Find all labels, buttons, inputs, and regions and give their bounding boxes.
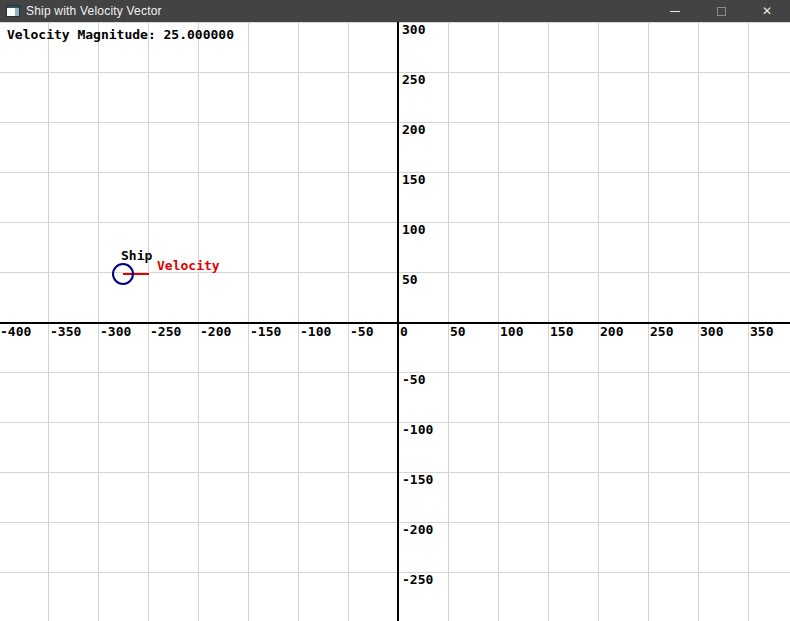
gridline-horizontal: [0, 72, 790, 73]
x-tick-label: -150: [250, 326, 281, 337]
y-tick-label: 200: [402, 124, 425, 135]
x-tick-label: -250: [150, 326, 181, 337]
window-title: Ship with Velocity Vector: [26, 4, 162, 18]
x-tick-label: 150: [550, 326, 573, 337]
y-tick-label: -50: [402, 374, 425, 385]
x-tick-label: -100: [300, 326, 331, 337]
y-tick-label: -250: [402, 574, 433, 585]
x-tick-label: -300: [100, 326, 131, 337]
gridline-horizontal: [0, 172, 790, 173]
x-tick-label: 250: [650, 326, 673, 337]
y-tick-label: 100: [402, 224, 425, 235]
gridline-horizontal: [0, 572, 790, 573]
plot-canvas: -400-350-300-250-200-150-100-50050100150…: [0, 22, 790, 621]
ship-label: Ship: [121, 250, 152, 261]
gridline-horizontal: [0, 472, 790, 473]
x-tick-label: 200: [600, 326, 623, 337]
gridline-horizontal: [0, 522, 790, 523]
x-tick-label: -50: [350, 326, 373, 337]
close-button[interactable]: ✕: [744, 0, 790, 22]
velocity-magnitude-readout: Velocity Magnitude: 25.000000: [7, 27, 234, 42]
minimize-icon: [670, 11, 680, 12]
maximize-button[interactable]: [698, 0, 744, 22]
y-tick-label: -100: [402, 424, 433, 435]
y-tick-label: 250: [402, 74, 425, 85]
gridline-horizontal: [0, 372, 790, 373]
gridline-horizontal: [0, 122, 790, 123]
window-controls: ✕: [652, 0, 790, 22]
x-tick-label: 100: [500, 326, 523, 337]
velocity-label: Velocity: [157, 260, 220, 271]
ship-marker: [112, 263, 134, 285]
app-window: Ship with Velocity Vector ✕ -400-350-300…: [0, 0, 790, 621]
x-tick-label: -350: [50, 326, 81, 337]
y-tick-label: 300: [402, 24, 425, 35]
y-tick-label: -150: [402, 474, 433, 485]
x-tick-label: 300: [700, 326, 723, 337]
x-tick-label: 0: [400, 326, 408, 337]
x-tick-label: 50: [450, 326, 466, 337]
maximize-icon: [717, 7, 726, 16]
gridline-horizontal: [0, 22, 790, 23]
titlebar[interactable]: Ship with Velocity Vector ✕: [0, 0, 790, 22]
app-icon: [6, 5, 20, 17]
gridline-horizontal: [0, 422, 790, 423]
gridline-horizontal: [0, 222, 790, 223]
x-tick-label: -200: [200, 326, 231, 337]
y-tick-label: -200: [402, 524, 433, 535]
y-tick-label: 150: [402, 174, 425, 185]
minimize-button[interactable]: [652, 0, 698, 22]
y-tick-label: 50: [402, 274, 418, 285]
x-tick-label: 350: [750, 326, 773, 337]
x-tick-label: -400: [0, 326, 31, 337]
close-icon: ✕: [762, 5, 772, 17]
